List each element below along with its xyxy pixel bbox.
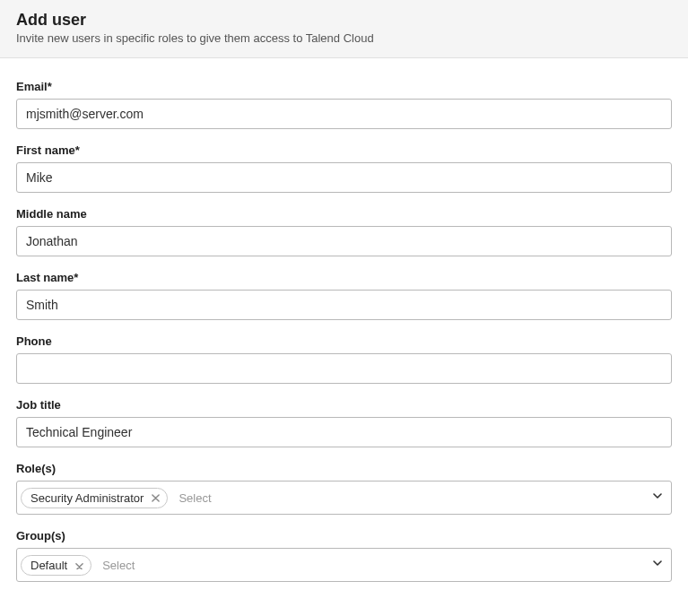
middle-name-input[interactable] (16, 226, 672, 256)
form-footer: Save and add another Save (0, 612, 688, 616)
job-title-label: Job title (16, 398, 672, 412)
field-first-name: First name* (16, 143, 672, 193)
groups-chip: Default (21, 555, 91, 576)
field-phone: Phone (16, 334, 672, 384)
page-title: Add user (16, 11, 672, 30)
roles-chip: Security Administrator (21, 488, 168, 508)
field-job-title: Job title (16, 398, 672, 447)
groups-chip-label: Default (30, 559, 67, 572)
roles-placeholder: Select (171, 491, 211, 505)
email-label: Email* (16, 80, 672, 93)
roles-label: Role(s) (16, 462, 672, 475)
roles-chip-label: Security Administrator (30, 491, 144, 505)
phone-label: Phone (16, 334, 672, 348)
field-email: Email* (16, 80, 672, 129)
field-middle-name: Middle name (16, 207, 672, 256)
chevron-down-icon (653, 560, 662, 569)
remove-chip-icon[interactable] (149, 491, 161, 504)
form-body: Email* First name* Middle name Last name… (0, 58, 688, 612)
roles-select[interactable]: Security Administrator Select (16, 481, 672, 515)
first-name-label: First name* (16, 143, 672, 157)
field-last-name: Last name* (16, 271, 672, 320)
field-groups: Group(s) Default Select (16, 529, 672, 582)
groups-select[interactable]: Default Select (16, 548, 672, 582)
job-title-input[interactable] (16, 417, 672, 447)
chevron-down-icon (653, 493, 662, 502)
middle-name-label: Middle name (16, 207, 672, 221)
first-name-input[interactable] (16, 162, 672, 193)
phone-input[interactable] (16, 353, 672, 384)
field-roles: Role(s) Security Administrator Select (16, 462, 672, 515)
page-subtitle: Invite new users in specific roles to gi… (16, 31, 672, 45)
last-name-input[interactable] (16, 290, 672, 320)
groups-label: Group(s) (16, 529, 672, 542)
page-header: Add user Invite new users in specific ro… (0, 0, 688, 58)
remove-chip-icon[interactable] (73, 559, 85, 571)
last-name-label: Last name* (16, 271, 672, 284)
email-input[interactable] (16, 99, 672, 129)
groups-placeholder: Select (95, 559, 135, 572)
